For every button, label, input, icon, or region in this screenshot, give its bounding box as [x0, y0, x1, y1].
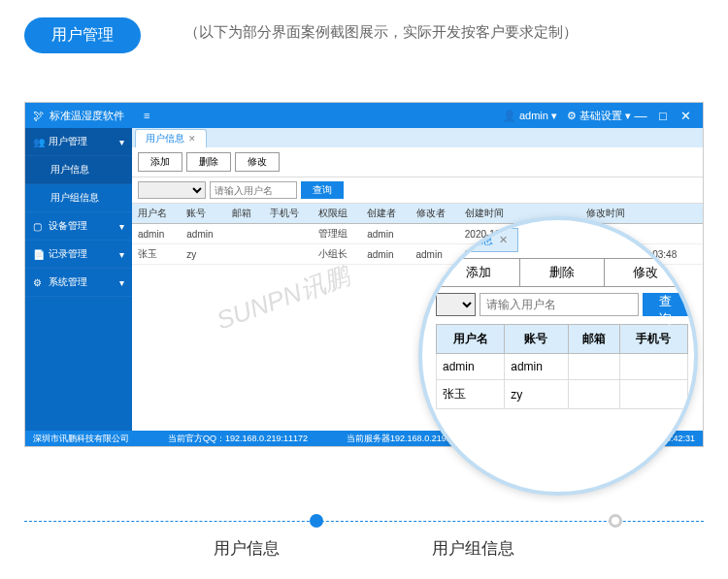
- th-creator[interactable]: 创建者: [361, 204, 410, 224]
- sidebar-item-user-mgmt[interactable]: 👥用户管理▾: [25, 128, 132, 156]
- th-modifier[interactable]: 修改者: [411, 204, 459, 224]
- title-bar: 🕊 标准温湿度软件 ≡ 👤 admin ▾ ⚙ 基础设置 ▾ — □ ✕: [25, 103, 703, 128]
- sidebar-item-record-mgmt[interactable]: 📄记录管理▾: [25, 241, 132, 269]
- th-username[interactable]: 用户名: [132, 204, 181, 224]
- zoom-filter-select[interactable]: [436, 293, 476, 316]
- window-controls: — □ ✕: [631, 109, 695, 123]
- zoom-toolbar: 添加 删除 修改: [436, 258, 688, 287]
- toolbar: 添加 删除 修改: [132, 147, 703, 177]
- logo-icon: 🕊: [33, 110, 44, 121]
- th-permgroup[interactable]: 权限组: [313, 204, 361, 224]
- sidebar-item-usergroup-info[interactable]: 用户组信息: [25, 184, 132, 212]
- zoom-search-input[interactable]: [480, 293, 639, 316]
- timeline-dot-inactive[interactable]: [609, 514, 622, 528]
- menu-icon[interactable]: ≡: [144, 110, 149, 121]
- search-row: 查询: [132, 177, 703, 204]
- device-icon: ▢: [33, 221, 43, 232]
- tab-close-icon[interactable]: ✕: [188, 134, 196, 144]
- zth-phone[interactable]: 手机号: [619, 325, 687, 354]
- section-description: （以下为部分界面案例截图展示，实际开发按客户要求定制）: [184, 23, 578, 42]
- table-row[interactable]: 张玉zy: [437, 380, 688, 409]
- user-menu[interactable]: 👤 admin ▾: [503, 110, 557, 122]
- sidebar-item-user-info[interactable]: 用户信息: [25, 156, 132, 184]
- sidebar-item-device-mgmt[interactable]: ▢设备管理▾: [25, 212, 132, 241]
- zoom-table: 用户名 账号 邮箱 手机号 adminadmin 张玉zy: [436, 324, 688, 409]
- contact-label: 当前官方QQ：192.168.0.219:11172: [168, 433, 308, 445]
- filter-select[interactable]: [138, 181, 206, 199]
- zoom-query-button[interactable]: 查询: [643, 293, 688, 316]
- maximize-button[interactable]: □: [653, 109, 673, 123]
- table-header-row: 用户名 账号 邮箱 手机号 权限组 创建者 修改者 创建时间 修改时间: [132, 204, 703, 224]
- th-modified[interactable]: 修改时间: [580, 204, 703, 224]
- timeline-dot-active[interactable]: [310, 514, 323, 528]
- th-phone[interactable]: 手机号: [264, 204, 313, 224]
- section-badge: 用户管理: [24, 17, 141, 53]
- th-email[interactable]: 邮箱: [226, 204, 263, 224]
- table-row[interactable]: adminadmin: [437, 354, 688, 380]
- timeline-label-1: 用户信息: [214, 537, 280, 560]
- timeline-label-2: 用户组信息: [432, 537, 514, 560]
- zoom-search-row: 查询: [436, 293, 688, 316]
- zoom-detail: 用户信息✕ 添加 删除 修改 查询 用户名 账号 邮箱 手机号 adminadm…: [418, 216, 698, 496]
- tab-user-info[interactable]: 用户信息✕: [135, 129, 207, 147]
- close-icon[interactable]: ✕: [499, 234, 508, 246]
- app-title: 标准温湿度软件: [50, 109, 124, 123]
- zoom-delete-button[interactable]: 删除: [520, 259, 604, 286]
- zth-email[interactable]: 邮箱: [568, 325, 619, 354]
- zth-account[interactable]: 账号: [505, 325, 568, 354]
- add-button[interactable]: 添加: [138, 152, 182, 172]
- gear-icon: ⚙: [33, 277, 43, 288]
- delete-button[interactable]: 删除: [186, 152, 231, 172]
- query-button[interactable]: 查询: [301, 181, 344, 199]
- sidebar: 👥用户管理▾ 用户信息 用户组信息 ▢设备管理▾ 📄记录管理▾ ⚙系统管理▾: [25, 128, 132, 431]
- company-label: 深圳市讯鹏科技有限公司: [33, 433, 129, 445]
- tab-bar: 用户信息✕: [132, 128, 703, 147]
- search-input[interactable]: [210, 181, 297, 199]
- timeline: [24, 514, 704, 528]
- record-icon: 📄: [33, 249, 43, 260]
- close-button[interactable]: ✕: [676, 109, 695, 123]
- settings-menu[interactable]: ⚙ 基础设置 ▾: [567, 109, 631, 123]
- minimize-button[interactable]: —: [631, 109, 650, 123]
- sidebar-item-system-mgmt[interactable]: ⚙系统管理▾: [25, 269, 132, 297]
- users-icon: 👥: [33, 137, 43, 147]
- th-account[interactable]: 账号: [181, 204, 226, 224]
- zth-username[interactable]: 用户名: [437, 325, 505, 354]
- edit-button[interactable]: 修改: [235, 152, 280, 172]
